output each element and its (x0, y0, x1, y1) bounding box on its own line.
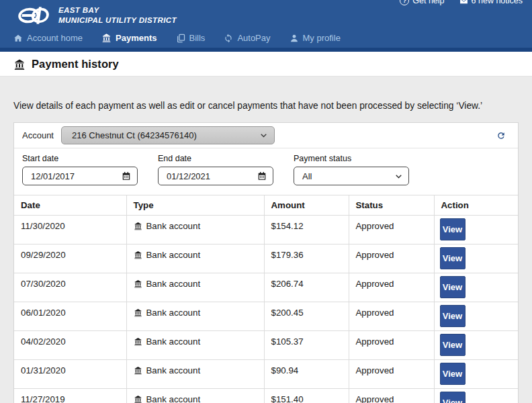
get-help-link[interactable]: ? Get help (400, 0, 444, 5)
bank-icon (134, 395, 142, 403)
payment-date-cell: 09/29/2020 (14, 244, 126, 273)
home-icon (13, 34, 23, 43)
bank-icon (134, 308, 142, 317)
payment-status-cell: Approved (349, 244, 434, 273)
page-title: Payment history (32, 58, 119, 71)
bank-icon (134, 279, 142, 288)
autopay-sync-icon (224, 34, 233, 43)
payment-action-cell: View (434, 302, 518, 331)
envelope-icon (459, 0, 468, 5)
col-header-status: Status (349, 195, 434, 216)
payment-status-cell: Approved (349, 302, 434, 331)
table-row: 07/30/2020Bank account$206.74ApprovedVie… (14, 273, 518, 302)
payment-amount-cell: $151.40 (264, 389, 349, 403)
payments-table: Date Type Amount Status Action 11/30/202… (14, 195, 518, 403)
bank-icon (134, 366, 142, 375)
payment-type-label: Bank account (146, 308, 201, 318)
ebmud-logo-icon (17, 4, 52, 27)
payment-amount-cell: $90.94 (264, 360, 349, 389)
notices-link[interactable]: 6 new notices (459, 0, 523, 5)
profile-icon (290, 34, 299, 43)
nav-label: Bills (189, 33, 206, 43)
view-button[interactable]: View (440, 363, 466, 385)
payment-type-cell: Bank account (126, 273, 264, 302)
view-button[interactable]: View (440, 305, 466, 327)
end-date-label: End date (158, 154, 273, 163)
logo-line1: EAST BAY (58, 5, 177, 15)
payment-type-cell: Bank account (126, 360, 264, 389)
bank-icon (134, 222, 142, 230)
intro-text: View details of each payment as well as … (13, 101, 519, 111)
view-button[interactable]: View (440, 218, 466, 240)
view-button[interactable]: View (440, 276, 466, 298)
nav-payments[interactable]: Payments (100, 32, 158, 44)
payment-action-cell: View (434, 244, 518, 273)
logo-text: EAST BAY MUNICIPAL UTILITY DISTRICT (58, 5, 177, 26)
payment-action-cell: View (434, 273, 518, 302)
payment-date-cell: 04/02/2020 (14, 331, 126, 360)
calendar-icon[interactable] (122, 171, 131, 181)
bank-icon (13, 58, 26, 71)
page-title-bar: Payment history (0, 52, 532, 77)
refresh-icon[interactable] (492, 130, 510, 142)
account-row: Account 216 Chestnut Ct (64234576140) (14, 123, 518, 148)
payment-action-cell: View (434, 360, 518, 389)
payment-action-cell: View (434, 216, 518, 244)
view-button[interactable]: View (440, 334, 466, 356)
payment-type-label: Bank account (146, 394, 201, 403)
end-date-filter: End date 01/12/2021 (158, 154, 273, 185)
view-button[interactable]: View (440, 247, 466, 269)
nav-account-home[interactable]: Account home (12, 32, 84, 44)
payment-status-select[interactable]: All (294, 167, 409, 185)
payment-action-cell: View (434, 331, 518, 360)
col-header-type: Type (126, 195, 264, 216)
view-button[interactable]: View (440, 392, 466, 403)
payment-type-label: Bank account (146, 337, 201, 347)
payment-type-label: Bank account (146, 279, 201, 289)
payment-status-cell: Approved (349, 360, 434, 389)
account-select[interactable]: 216 Chestnut Ct (64234576140) (61, 126, 275, 144)
table-row: 11/27/2019Bank account$151.40ApprovedVie… (14, 389, 518, 403)
start-date-value: 12/01/2017 (31, 171, 122, 181)
calendar-icon[interactable] (257, 171, 267, 181)
payment-action-cell: View (434, 389, 518, 403)
bank-icon (134, 251, 142, 259)
nav-autopay[interactable]: AutoPay (222, 32, 271, 44)
col-header-date: Date (14, 195, 126, 216)
filters-row: Start date 12/01/2017 End date 01/12/202… (14, 148, 518, 195)
bank-icon (134, 337, 142, 346)
notices-label: 6 new notices (472, 0, 523, 5)
payment-type-cell: Bank account (126, 302, 264, 331)
payment-date-cell: 01/31/2020 (14, 360, 126, 389)
chevron-down-icon (260, 132, 267, 139)
table-row: 04/02/2020Bank account$105.37ApprovedVie… (14, 331, 518, 360)
payment-status-cell: Approved (349, 331, 434, 360)
app-header: ? Get help 6 new notices EAST BAY MUNICI (0, 0, 532, 48)
end-date-input[interactable]: 01/12/2021 (158, 167, 273, 185)
table-row: 11/30/2020Bank account$154.12ApprovedVie… (14, 216, 518, 244)
start-date-label: Start date (22, 154, 138, 163)
col-header-amount: Amount (264, 195, 349, 216)
nav-my-profile[interactable]: My profile (288, 32, 342, 44)
payment-type-label: Bank account (146, 221, 201, 231)
payment-amount-cell: $179.36 (264, 244, 349, 273)
payment-type-cell: Bank account (126, 216, 264, 244)
table-row: 01/31/2020Bank account$90.94ApprovedView (14, 360, 518, 389)
payment-amount-cell: $200.45 (264, 302, 349, 331)
nav-label: Account home (27, 33, 83, 43)
payment-status-filter: Payment status All (294, 154, 409, 185)
payment-status-value: All (302, 171, 395, 181)
nav-label: Payments (116, 33, 157, 43)
main-nav: Account home Payments Bills AutoPay My p… (12, 32, 342, 44)
start-date-input[interactable]: 12/01/2017 (22, 167, 138, 185)
logo-line2: MUNICIPAL UTILITY DISTRICT (58, 15, 177, 26)
ebmud-logo[interactable]: EAST BAY MUNICIPAL UTILITY DISTRICT (17, 4, 177, 27)
payment-status-cell: Approved (349, 273, 434, 302)
payment-type-label: Bank account (146, 365, 201, 375)
payment-status-cell: Approved (349, 389, 434, 403)
table-header-row: Date Type Amount Status Action (14, 195, 518, 216)
end-date-value: 01/12/2021 (167, 171, 257, 181)
nav-bills[interactable]: Bills (175, 32, 207, 44)
payments-panel: Account 216 Chestnut Ct (64234576140) St… (13, 122, 519, 403)
payment-type-cell: Bank account (126, 389, 264, 403)
